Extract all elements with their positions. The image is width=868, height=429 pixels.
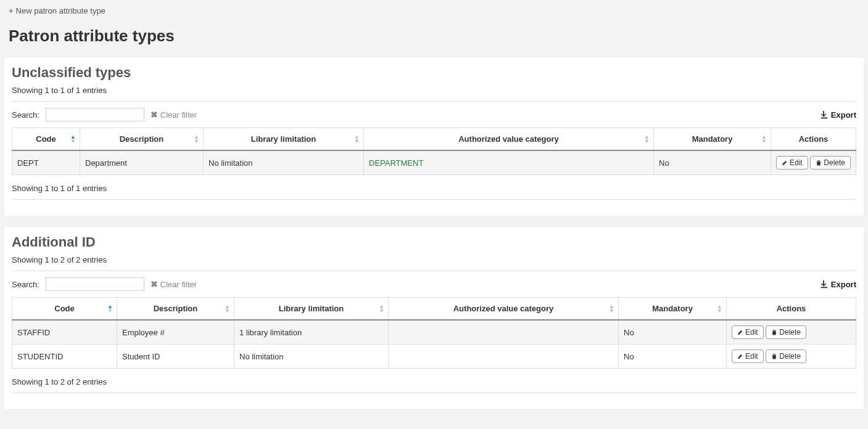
cell-description: Student ID [117, 345, 234, 369]
divider [12, 393, 856, 393]
export-button[interactable]: Export [820, 280, 856, 289]
col-header-actions: Actions [727, 298, 856, 321]
pencil-icon [782, 160, 788, 166]
close-icon: ✖ [151, 110, 158, 120]
table-info-top: Showing 1 to 2 of 2 entries [12, 255, 856, 264]
sort-icon: ▲▼ [717, 304, 722, 313]
new-patron-attribute-type-link[interactable]: + New patron attribute type [2, 2, 112, 19]
cell-code: STAFFID [12, 320, 117, 345]
search-input[interactable] [46, 108, 144, 121]
table-toolbar: Search: ✖ Clear filter Export [12, 108, 856, 121]
new-link-label: New patron attribute type [16, 6, 105, 15]
sort-icon: ▲▼ [194, 135, 199, 144]
cell-description: Employee # [117, 320, 234, 345]
table-info-bottom: Showing 1 to 1 of 1 entries [12, 184, 856, 193]
col-header-code[interactable]: Code▲▼ [12, 128, 80, 151]
cell-actions: Edit Delete [727, 345, 856, 369]
cell-actions: Edit Delete [727, 320, 856, 345]
close-icon: ✖ [151, 279, 158, 289]
download-icon [820, 110, 829, 119]
pencil-icon [737, 353, 743, 359]
col-header-library-limitation[interactable]: Library limitation▲▼ [204, 128, 364, 151]
section-title: Unclassified types [12, 65, 856, 81]
table-info-top: Showing 1 to 1 of 1 entries [12, 86, 856, 95]
col-header-description[interactable]: Description▲▼ [80, 128, 204, 151]
edit-button[interactable]: Edit [732, 349, 764, 363]
section-additional-id: Additional ID Showing 1 to 2 of 2 entrie… [4, 226, 864, 410]
col-header-actions: Actions [771, 128, 856, 151]
col-header-avc[interactable]: Authorized value category▲▼ [389, 298, 619, 321]
sort-icon: ▲▼ [70, 135, 76, 144]
cell-mandatory: No [619, 345, 727, 369]
cell-avc: DEPARTMENT [364, 150, 654, 175]
trash-icon [816, 160, 822, 166]
search-label: Search: [12, 280, 39, 289]
cell-code: DEPT [12, 150, 80, 175]
delete-button[interactable]: Delete [810, 156, 851, 170]
search-input[interactable] [46, 277, 144, 291]
col-header-library-limitation[interactable]: Library limitation▲▼ [234, 298, 389, 321]
table-info-bottom: Showing 1 to 2 of 2 entries [12, 377, 856, 386]
trash-icon [771, 353, 777, 359]
export-label: Export [831, 110, 856, 120]
page-title: Patron attribute types [9, 27, 859, 46]
cell-code: STUDENTID [12, 345, 117, 369]
sort-icon: ▲▼ [644, 135, 650, 144]
col-header-mandatory[interactable]: Mandatory▲▼ [654, 128, 771, 151]
clear-filter-button[interactable]: ✖ Clear filter [151, 279, 197, 289]
edit-button[interactable]: Edit [732, 325, 764, 339]
sort-icon: ▲▼ [225, 304, 230, 313]
cell-mandatory: No [654, 150, 771, 175]
download-icon [820, 280, 829, 288]
pencil-icon [737, 329, 743, 335]
sort-icon: ▲▼ [609, 304, 614, 313]
cell-mandatory: No [619, 320, 727, 345]
clear-filter-button[interactable]: ✖ Clear filter [151, 110, 197, 120]
search-label: Search: [12, 110, 39, 120]
table-row: STUDENTID Student ID No limitation No Ed… [12, 345, 856, 369]
sort-icon: ▲▼ [354, 135, 360, 144]
trash-icon [771, 329, 777, 335]
clear-filter-label: Clear filter [160, 280, 197, 289]
divider [12, 199, 856, 200]
clear-filter-label: Clear filter [160, 110, 197, 120]
table-row: STAFFID Employee # 1 library limitation … [12, 320, 856, 345]
divider [12, 271, 856, 271]
col-header-description[interactable]: Description▲▼ [117, 298, 234, 321]
delete-button[interactable]: Delete [766, 349, 806, 363]
col-header-avc[interactable]: Authorized value category▲▼ [364, 128, 654, 151]
attribute-table: Code▲▼ Description▲▼ Library limitation▲… [12, 128, 856, 175]
col-header-code[interactable]: Code▲▼ [12, 298, 117, 321]
cell-avc [389, 345, 619, 369]
section-title: Additional ID [12, 234, 856, 250]
attribute-table: Code▲▼ Description▲▼ Library limitation▲… [12, 297, 856, 369]
cell-library-limitation: 1 library limitation [234, 320, 389, 345]
plus-icon: + [9, 6, 14, 15]
delete-button[interactable]: Delete [766, 325, 806, 339]
export-button[interactable]: Export [820, 110, 856, 120]
cell-actions: Edit Delete [771, 150, 856, 175]
table-row: DEPT Department No limitation DEPARTMENT… [12, 150, 856, 175]
section-unclassified: Unclassified types Showing 1 to 1 of 1 e… [4, 57, 864, 216]
divider [12, 101, 856, 102]
table-toolbar: Search: ✖ Clear filter Export [12, 277, 856, 291]
cell-library-limitation: No limitation [234, 345, 389, 369]
sort-icon: ▲▼ [379, 304, 384, 313]
cell-description: Department [80, 150, 204, 175]
cell-avc [389, 320, 619, 345]
sort-icon: ▲▼ [761, 135, 767, 144]
edit-button[interactable]: Edit [776, 156, 808, 170]
avc-link[interactable]: DEPARTMENT [369, 158, 423, 168]
sort-icon: ▲▼ [107, 304, 113, 313]
col-header-mandatory[interactable]: Mandatory▲▼ [619, 298, 727, 321]
cell-library-limitation: No limitation [204, 150, 364, 175]
export-label: Export [831, 280, 856, 289]
